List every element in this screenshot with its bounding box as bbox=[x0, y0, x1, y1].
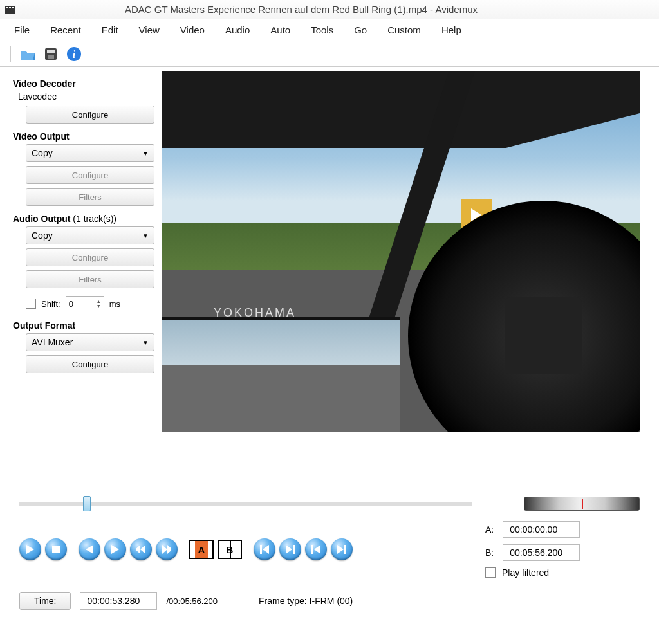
goto-end-button[interactable] bbox=[279, 538, 301, 560]
menu-auto[interactable]: Auto bbox=[260, 21, 301, 39]
time-current[interactable]: 00:00:53.280 bbox=[80, 592, 157, 610]
menu-tools[interactable]: Tools bbox=[301, 21, 344, 39]
goto-marker-b-button[interactable] bbox=[331, 538, 353, 560]
shift-unit: ms bbox=[109, 299, 120, 309]
video-decoder-value: Lavcodec bbox=[18, 91, 153, 102]
time-button[interactable]: Time: bbox=[19, 592, 71, 610]
video-output-filters-button[interactable]: Filters bbox=[26, 188, 154, 206]
time-total: /00:05:56.200 bbox=[166, 596, 218, 606]
svg-rect-5 bbox=[47, 50, 55, 53]
next-frame-button[interactable] bbox=[104, 538, 126, 560]
goto-marker-a-button[interactable] bbox=[305, 538, 327, 560]
mirror-brand: YOKOHAMA bbox=[214, 306, 296, 320]
audio-output-label: Audio Output (1 track(s)) bbox=[13, 214, 153, 224]
menu-view[interactable]: View bbox=[129, 21, 170, 39]
stop-button[interactable] bbox=[45, 538, 67, 560]
svg-rect-14 bbox=[344, 545, 346, 554]
menu-custom[interactable]: Custom bbox=[377, 21, 431, 39]
marker-a-value: 00:00:00.00 bbox=[503, 521, 580, 538]
video-output-label: Video Output bbox=[13, 131, 153, 142]
toolbar: i bbox=[0, 41, 659, 67]
menu-file[interactable]: File bbox=[4, 21, 40, 39]
svg-rect-0 bbox=[5, 6, 15, 14]
audio-output-configure-button[interactable]: Configure bbox=[26, 248, 154, 266]
menu-go[interactable]: Go bbox=[344, 21, 377, 39]
svg-text:i: i bbox=[73, 49, 76, 60]
play-button[interactable] bbox=[19, 538, 41, 560]
menu-audio[interactable]: Audio bbox=[215, 21, 260, 39]
svg-rect-10 bbox=[52, 546, 60, 553]
titlebar: ADAC GT Masters Experience Rennen auf de… bbox=[0, 0, 659, 19]
frame-type: Frame type: I-FRM (00) bbox=[259, 596, 353, 606]
prev-frame-button[interactable] bbox=[79, 538, 100, 560]
open-icon[interactable] bbox=[17, 44, 38, 64]
play-filtered-checkbox[interactable] bbox=[485, 567, 496, 578]
shift-spinner[interactable]: 0 ▲▼ bbox=[66, 296, 104, 311]
audio-output-filters-button[interactable]: Filters bbox=[26, 270, 154, 288]
output-format-select[interactable]: AVI Muxer ▼ bbox=[26, 333, 154, 351]
jog-wheel[interactable] bbox=[524, 497, 640, 511]
timeline-thumb[interactable] bbox=[83, 496, 91, 511]
shift-label: Shift: bbox=[41, 299, 60, 309]
menu-video[interactable]: Video bbox=[170, 21, 215, 39]
menu-recent[interactable]: Recent bbox=[40, 21, 91, 39]
video-preview[interactable]: Jens Klingmann ● Alguersuari YOKOHAMA bbox=[162, 71, 640, 432]
svg-rect-1 bbox=[6, 7, 8, 8]
menubar: File Recent Edit View Video Audio Auto T… bbox=[0, 19, 659, 41]
output-format-value: AVI Muxer bbox=[32, 337, 73, 347]
sidebar: Video Decoder Lavcodec Configure Video O… bbox=[0, 67, 162, 479]
chevron-down-icon: ▼ bbox=[142, 150, 149, 157]
video-output-value: Copy bbox=[32, 148, 53, 158]
svg-rect-3 bbox=[12, 7, 14, 8]
info-icon[interactable]: i bbox=[64, 44, 84, 64]
svg-rect-13 bbox=[311, 545, 313, 554]
next-keyframe-button[interactable] bbox=[156, 538, 178, 560]
set-marker-a-button[interactable]: A bbox=[189, 540, 214, 559]
play-filtered-label: Play filtered bbox=[502, 567, 549, 578]
svg-rect-11 bbox=[260, 545, 262, 554]
video-preview-area: Jens Klingmann ● Alguersuari YOKOHAMA bbox=[162, 67, 659, 479]
marker-b-label: B: bbox=[485, 547, 494, 558]
timeline-slider[interactable] bbox=[19, 502, 472, 506]
marker-b-value: 00:05:56.200 bbox=[503, 544, 580, 561]
svg-rect-6 bbox=[48, 55, 54, 59]
audio-output-value: Copy bbox=[32, 230, 53, 241]
video-output-configure-button[interactable]: Configure bbox=[26, 166, 154, 184]
menu-edit[interactable]: Edit bbox=[91, 21, 129, 39]
audio-output-select[interactable]: Copy ▼ bbox=[26, 226, 154, 244]
svg-rect-12 bbox=[293, 545, 295, 554]
output-format-configure-button[interactable]: Configure bbox=[26, 355, 154, 373]
video-output-select[interactable]: Copy ▼ bbox=[26, 144, 154, 162]
app-icon bbox=[4, 3, 17, 16]
output-format-label: Output Format bbox=[13, 320, 153, 331]
marker-a-label: A: bbox=[485, 524, 494, 535]
goto-start-button[interactable] bbox=[254, 538, 275, 560]
video-decoder-label: Video Decoder bbox=[13, 78, 153, 89]
video-decoder-configure-button[interactable]: Configure bbox=[26, 106, 154, 124]
menu-help[interactable]: Help bbox=[431, 21, 472, 39]
chevron-down-icon: ▼ bbox=[142, 339, 149, 346]
shift-checkbox[interactable] bbox=[26, 299, 36, 309]
chevron-down-icon: ▼ bbox=[142, 232, 149, 239]
prev-keyframe-button[interactable] bbox=[130, 538, 152, 560]
svg-rect-2 bbox=[9, 7, 11, 8]
window-title: ADAC GT Masters Experience Rennen auf de… bbox=[125, 4, 478, 15]
save-icon[interactable] bbox=[41, 44, 61, 64]
set-marker-b-button[interactable]: B bbox=[218, 540, 242, 559]
